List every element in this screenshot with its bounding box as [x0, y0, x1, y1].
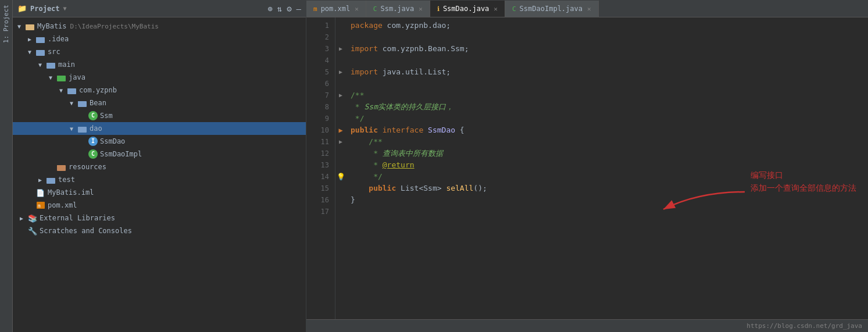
sync-icon[interactable]: ⇅ [277, 5, 282, 13]
tree-item-comyzpnb[interactable]: ▼ com.yzpnb [13, 84, 306, 97]
tab-close-pom[interactable]: ✕ [355, 5, 359, 13]
folder-icon-test [47, 176, 56, 184]
sidebar-header: 📁 Project ▼ ⊕ ⇅ ⚙ — [13, 0, 306, 17]
code-line-16: } [351, 194, 868, 206]
dropdown-arrow[interactable]: ▼ [63, 5, 67, 12]
tree-item-java[interactable]: ▼ java [13, 71, 306, 84]
code-line-17 [351, 206, 868, 217]
tree-item-ext-libraries[interactable]: ▶ 📚 External Libraries [13, 212, 306, 224]
fold-icon-3[interactable]: ▶ [339, 43, 342, 55]
svg-rect-15 [78, 127, 82, 128]
tab-icon-ssmdaoimpl: C [512, 5, 516, 13]
tab-ssm[interactable]: C Ssm.java ✕ [366, 1, 430, 17]
tab-label-ssmdaoimpl: SsmDaoImpl.java [520, 5, 583, 13]
fold-icon-7[interactable]: ▶ [339, 90, 342, 101]
settings-icon[interactable]: ⚙ [287, 5, 291, 13]
svg-rect-3 [36, 37, 40, 39]
item-label-idea: .idea [48, 35, 69, 43]
add-icon[interactable]: ⊕ [267, 5, 272, 13]
fold-icon-11[interactable]: ▶ [339, 136, 342, 148]
pom-icon: m [36, 201, 45, 209]
tab-label-ssm: Ssm.java [380, 5, 414, 13]
item-label-iml: MyBatis.iml [48, 188, 94, 197]
expand-arrow: ▼ [17, 23, 24, 30]
editor-wrapper: 1 2 3 4 5 6 7 8 9 10 11 12 13 14 15 16 1… [306, 17, 868, 332]
fold-icon-5[interactable]: ▶ [339, 66, 342, 78]
left-panel-tab[interactable]: 1: Project [0, 0, 13, 332]
svg-rect-11 [67, 88, 72, 90]
folder-icon-java [57, 74, 66, 81]
sidebar-title: Project [30, 5, 60, 13]
code-line-11: /** [351, 136, 868, 148]
tab-ssmdaoimpl[interactable]: C SsmDaoImpl.java ✕ [505, 1, 599, 17]
code-line-1: package com.yzpnb.dao; [351, 20, 868, 31]
expand-arrow-main: ▼ [38, 62, 45, 68]
line-numbers: 1 2 3 4 5 6 7 8 9 10 11 12 13 14 15 16 1… [306, 17, 335, 319]
folder-icon-src [36, 48, 45, 56]
item-label-bean: Bean [90, 99, 106, 107]
tree-item-iml[interactable]: ▶ 📄 MyBatis.iml [13, 186, 306, 199]
minimize-icon[interactable]: — [297, 5, 301, 13]
tree-item-ssm[interactable]: ▶ C Ssm [13, 109, 306, 122]
folder-icon-idea [36, 35, 45, 43]
code-line-14: */ [351, 171, 868, 183]
run-icon-10[interactable]: ▶ [338, 124, 342, 136]
tree-item-main[interactable]: ▼ main [13, 58, 306, 71]
expand-arrow-idea: ▶ [28, 36, 35, 42]
item-path-mybatis: D:\IdeaProjects\MyBatis [70, 23, 159, 30]
code-line-12: * 查询表中所有数据 [351, 148, 868, 159]
svg-rect-5 [36, 50, 40, 52]
svg-rect-7 [47, 63, 51, 65]
tree-item-ssmdaoimpl[interactable]: ▶ C SsmDaoImpl [13, 148, 306, 160]
tab-close-ssm[interactable]: ✕ [419, 5, 423, 13]
item-label-mybatis: MyBatis [37, 22, 67, 30]
item-label-dao: dao [90, 124, 102, 133]
expand-arrow-ext: ▶ [20, 215, 27, 222]
scratches-icon: 🔧 [28, 227, 37, 235]
ext-libraries-icon: 📚 [28, 214, 37, 223]
tree-item-src[interactable]: ▼ src [13, 45, 306, 58]
bulb-icon-14[interactable]: 💡 [337, 171, 345, 183]
editor-tabs: m pom.xml ✕ C Ssm.java ✕ ℹ SsmDao.java ✕… [306, 0, 868, 17]
tab-pom[interactable]: m pom.xml ✕ [306, 1, 366, 17]
status-bar: https://blog.csdn.net/grd_java [306, 319, 868, 332]
code-line-4 [351, 55, 868, 66]
svg-rect-19 [47, 178, 51, 180]
tab-close-ssmdaoimpl[interactable]: ✕ [587, 5, 591, 13]
tab-label-pom: pom.xml [321, 5, 351, 13]
tab-close-ssmdao[interactable]: ✕ [494, 5, 498, 13]
svg-text:m: m [38, 204, 41, 209]
code-body: 1 2 3 4 5 6 7 8 9 10 11 12 13 14 15 16 1… [306, 17, 868, 319]
code-line-7: /** [351, 90, 868, 101]
folder-icon-resources [57, 163, 66, 171]
tree-item-resources[interactable]: ▶ resources [13, 160, 306, 173]
code-line-9: */ [351, 113, 868, 124]
project-tab-label[interactable]: 1: Project [1, 0, 12, 48]
tree-item-ssmdao[interactable]: ▶ I SsmDao [13, 135, 306, 148]
tree-item-idea[interactable]: ▶ .idea [13, 33, 306, 45]
folder-icon-bean [78, 99, 87, 107]
expand-arrow-java: ▼ [49, 74, 56, 81]
folder-icon-dao [78, 125, 87, 133]
tree-item-scratches[interactable]: ▶ 🔧 Scratches and Consoles [13, 224, 306, 237]
code-line-8: * Ssm实体类的持久层接口， [351, 101, 868, 113]
svg-rect-1 [26, 24, 30, 26]
item-label-java: java [69, 73, 85, 81]
tree-item-pomxml[interactable]: ▶ m pom.xml [13, 199, 306, 212]
tree-item-dao[interactable]: ▼ dao [13, 122, 306, 135]
expand-arrow-bean: ▼ [70, 100, 77, 106]
line-gutter: ▶ ▶ ▶ ▶ ▶ 💡 [335, 17, 346, 319]
class-badge-ssmdaoimpl: C [88, 149, 98, 159]
item-label-src: src [48, 48, 60, 56]
tree-item-test[interactable]: ▶ test [13, 173, 306, 186]
tab-ssmdao[interactable]: ℹ SsmDao.java ✕ [430, 1, 505, 17]
expand-arrow-test: ▶ [38, 177, 45, 183]
editor-panel: m pom.xml ✕ C Ssm.java ✕ ℹ SsmDao.java ✕… [306, 0, 868, 332]
tree-item-mybatis[interactable]: ▼ MyBatis D:\IdeaProjects\MyBatis [13, 20, 306, 33]
code-line-3: import com.yzpnb.Bean.Ssm; [351, 43, 868, 55]
code-line-6 [351, 78, 868, 90]
tree-item-bean[interactable]: ▼ Bean [13, 97, 306, 109]
expand-arrow-src: ▼ [28, 49, 35, 55]
code-content[interactable]: package com.yzpnb.dao; import com.yzpnb.… [346, 17, 868, 319]
code-line-5: import java.util.List; [351, 66, 868, 78]
